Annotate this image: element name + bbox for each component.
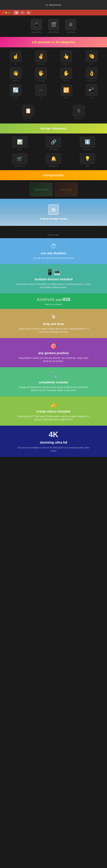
gesture-swipe-down-label: swipe down <box>87 80 96 82</box>
design-download-label: download <box>83 148 91 150</box>
feature-help-videos-title: 8 help videos included <box>37 410 71 413</box>
icon-item-app: 📱 app preview <box>31 19 42 33</box>
gesture-pan-icon: ↔️ <box>35 84 47 96</box>
android-ios-section: Android and iOS devices included <box>0 293 107 309</box>
gesture-long-press-icon: 👆 <box>60 51 72 62</box>
and-text: and <box>56 298 62 302</box>
icon-item-ui: 🖥 ui elements <box>65 19 76 33</box>
gesture-swipe-down-icon: 👌 <box>86 67 98 79</box>
gesture-extra-2-label: multi touch <box>75 117 83 119</box>
footage-text: 3 stock footage scenes <box>40 217 67 220</box>
feature-modular-icon: 🔧 <box>50 372 57 379</box>
top-icons-section: 📱 app preview 🎬 after effects 🖥 ui eleme… <box>0 16 107 37</box>
gesture-count-prefix: 115 gestures in <box>31 40 55 44</box>
ui-elements-label: ui elements <box>66 31 76 33</box>
feature-4k-title: stunning ultra hd <box>40 441 67 444</box>
gesture-swipe-left: 👋 swipe left <box>4 67 27 82</box>
design-download-icon: ⬇️ <box>80 136 95 148</box>
gesture-rotate-label: rotate <box>14 97 18 99</box>
nav-dot-red <box>2 12 4 14</box>
design-charts-icon: 📊 <box>12 136 27 148</box>
ui-elements-icon: 🖥 <box>65 19 76 30</box>
gesture-grid-2: 📋 press hold 🖱 multi touch <box>0 102 107 123</box>
features-title: features <box>48 234 59 236</box>
header: ui elements <box>0 0 107 10</box>
design-elements-banner: design elements <box>0 123 107 133</box>
feature-duration: ⏱ use any duration you can use any time … <box>0 238 107 264</box>
nav-dots <box>2 12 10 14</box>
design-wireframes-icon: 🔗 <box>46 136 61 148</box>
gesture-rotate: 🔄 rotate <box>4 84 27 99</box>
backgrounds-banner: backgrounds <box>0 170 107 180</box>
design-ecommerce-label: ecommerce <box>15 165 24 167</box>
feature-modular-title: completely modular <box>39 380 68 384</box>
android-text: Android <box>36 297 54 302</box>
feature-modular-desc: change any background, scene duration, p… <box>16 385 91 392</box>
gesture-swipe-up: ✋ swipe up <box>55 67 78 82</box>
design-notifications-label: notifications <box>49 165 58 167</box>
gesture-swipe-up-icon: ✋ <box>60 67 72 79</box>
feature-drag-drop-icon: 🖱 <box>51 313 56 320</box>
feature-devices: 📱💻 multiple devices included show that y… <box>0 264 107 293</box>
design-elements-banner-text: design elements <box>41 127 67 130</box>
gesture-rotate-icon: 🔄 <box>10 84 22 96</box>
feature-gesture-pos-title: any gesture position <box>38 351 69 355</box>
gesture-tap: ☝️ tap <box>4 51 27 65</box>
nav-bar: ◀ ● ▶ <box>0 10 107 16</box>
divider <box>0 226 107 231</box>
design-item-wireframes: 🔗 wireframes <box>38 136 69 150</box>
gesture-swipe-left-icon: 👋 <box>10 67 22 79</box>
after-effects-label: after effects <box>49 31 58 33</box>
gesture-long-press-label: long press <box>62 63 70 65</box>
pink-banner-text: 115 gestures in 16 categories <box>31 40 75 44</box>
nav-tab-3[interactable]: ▶ <box>26 11 31 14</box>
gesture-extra-1-label: press hold <box>24 117 32 119</box>
ios-text: iOS <box>62 297 71 302</box>
feature-help-videos: 👍 8 help videos included thinking about … <box>0 397 107 426</box>
backgrounds-banner-text: backgrounds <box>43 174 64 177</box>
app-preview-icon: 📱 <box>31 19 42 30</box>
blue-footage-section: ⊞ 3 stock footage scenes <box>0 199 107 226</box>
feature-4k-desc: all scenes are available in ultra hd 4k … <box>16 446 91 452</box>
nav-dot-yellow <box>5 12 7 14</box>
gesture-swipe-left-label: swipe left <box>12 80 19 82</box>
design-elements-grid: 📊 charts 🔗 wireframes ⬇️ download 🛒 ecom… <box>0 133 107 170</box>
bg-thumb-1-label: envirealyze.com <box>34 189 48 191</box>
gesture-highlight: 16 <box>55 40 59 44</box>
design-item-ecommerce: 🛒 ecommerce <box>4 153 35 167</box>
android-ios-subtitle: devices included <box>3 303 104 306</box>
bg-thumbnails: envirealyze.com backgrounds <box>0 180 107 199</box>
gesture-swipe-right: 🖐 swipe right <box>29 67 52 82</box>
design-item-notifications: 🔔 notifications <box>38 153 69 167</box>
gesture-pinch-label: pinch <box>89 63 93 65</box>
feature-gesture-pos-desc: drag position to where you need any elem… <box>16 356 91 363</box>
design-notifications-icon: 🔔 <box>46 153 61 164</box>
gesture-scroll: 🔁 scroll <box>55 84 78 99</box>
gesture-tap-label: tap <box>15 63 17 65</box>
gesture-grid-1: ☝️ tap ✌️ double tap 👆 long press 🤏 pinc… <box>0 47 107 102</box>
feature-4k: 4K stunning ultra hd all scenes are avai… <box>0 426 107 457</box>
feature-duration-icon: ⏱ <box>51 243 56 250</box>
nav-tab-1[interactable]: ◀ <box>14 11 19 14</box>
feature-modular: 🔧 completely modular change any backgrou… <box>0 367 107 397</box>
android-ios-title: Android and iOS <box>3 297 104 302</box>
design-item-charts: 📊 charts <box>4 136 35 150</box>
gesture-drag: 📲 drag <box>80 84 103 99</box>
bg-thumb-1: envirealyze.com <box>29 183 52 196</box>
gesture-swipe-down: 👌 swipe down <box>80 67 103 82</box>
feature-duration-title: use any duration <box>41 251 66 255</box>
gesture-pinch-icon: 🤏 <box>86 51 98 62</box>
gesture-double-tap-label: double tap <box>37 63 45 65</box>
feature-devices-desc: show that your app is compatible on mult… <box>16 283 91 289</box>
feature-devices-icon: 📱💻 <box>46 269 61 276</box>
feature-devices-title: multiple devices included <box>34 277 73 281</box>
nav-dot-green <box>8 12 10 14</box>
icon-item-ae: 🎬 after effects <box>48 19 59 33</box>
gesture-double-tap-icon: ✌️ <box>35 51 47 62</box>
feature-duration-desc: you can use any time duration for any sc… <box>33 256 74 260</box>
feature-drag-drop-title: drag and drop <box>43 322 64 326</box>
gesture-swipe-right-icon: 🖐 <box>35 67 47 79</box>
design-wireframes-label: wireframes <box>49 148 58 150</box>
nav-tab-2[interactable]: ● <box>20 11 25 14</box>
gesture-count-suffix: categories <box>59 40 75 44</box>
